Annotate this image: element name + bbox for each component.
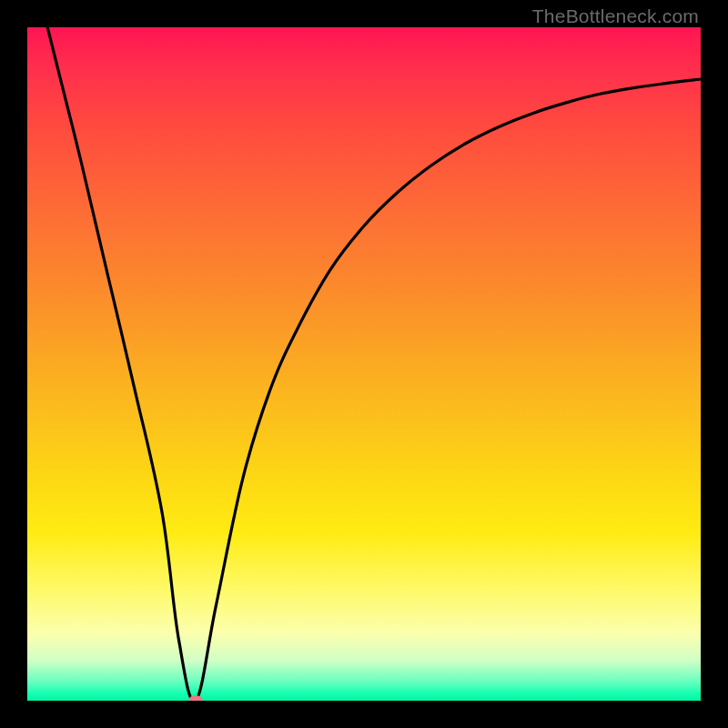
optimal-point-marker: [188, 695, 203, 701]
curve-svg: [27, 27, 701, 701]
plot-area: [27, 27, 701, 701]
chart-frame: TheBottleneck.com: [0, 0, 728, 728]
watermark-text: TheBottleneck.com: [532, 5, 699, 27]
bottleneck-curve: [47, 27, 701, 701]
